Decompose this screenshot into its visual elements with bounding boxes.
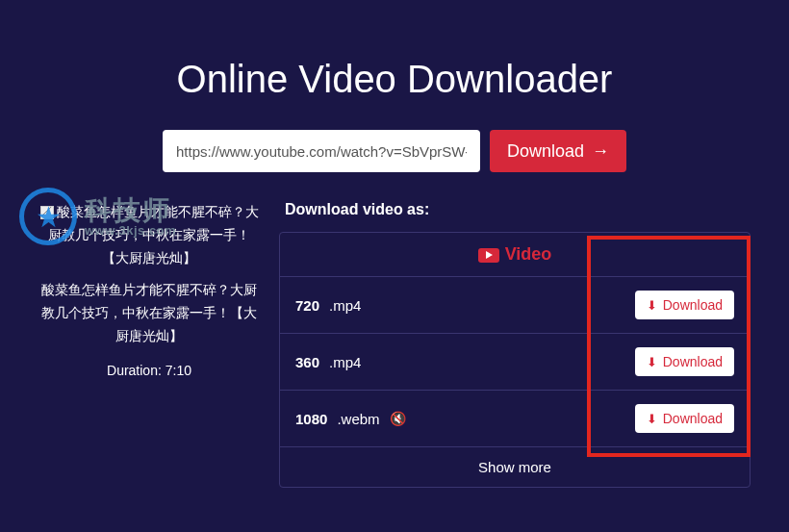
video-title: 酸菜鱼怎样鱼片才能不腥不碎？大厨教几个技巧，中秋在家露一手！【大厨唐光灿】 xyxy=(38,279,260,347)
download-button-label: Download xyxy=(507,141,584,162)
format-label: 1080.webm🔇 xyxy=(295,411,406,427)
page-title: Online Video Downloader xyxy=(38,58,751,101)
format-row: 360.mp4⬇Download xyxy=(280,334,750,391)
download-button[interactable]: Download → xyxy=(490,130,626,172)
video-duration: Duration: 7:10 xyxy=(38,360,260,383)
watermark-cn: 科技师 xyxy=(85,197,176,224)
watermark-logo-icon: ★ xyxy=(19,188,77,245)
section-label: Download video as: xyxy=(285,201,751,218)
search-row: Download → xyxy=(38,130,751,172)
video-tab-header[interactable]: Video xyxy=(280,233,750,277)
watermark: ★ 科技师 www.3kjs.com xyxy=(19,188,176,245)
download-icon: ⬇ xyxy=(647,298,657,313)
format-label: 360.mp4 xyxy=(295,354,361,370)
format-row: 1080.webm🔇⬇Download xyxy=(280,391,750,447)
download-format-button[interactable]: ⬇Download xyxy=(635,347,734,376)
watermark-url: www.3kjs.com xyxy=(85,224,176,237)
show-more-button[interactable]: Show more xyxy=(280,447,750,487)
muted-icon: 🔇 xyxy=(390,411,406,426)
formats-table: Video 720.mp4⬇Download360.mp4⬇Download10… xyxy=(279,232,751,488)
download-format-button[interactable]: ⬇Download xyxy=(635,291,734,319)
download-icon: ⬇ xyxy=(647,412,657,426)
download-format-button[interactable]: ⬇Download xyxy=(635,404,734,433)
format-row: 720.mp4⬇Download xyxy=(280,277,750,334)
arrow-right-icon: → xyxy=(592,141,609,162)
url-input[interactable] xyxy=(163,130,480,172)
format-label: 720.mp4 xyxy=(295,297,361,314)
download-icon: ⬇ xyxy=(647,355,657,369)
youtube-icon xyxy=(478,248,499,263)
